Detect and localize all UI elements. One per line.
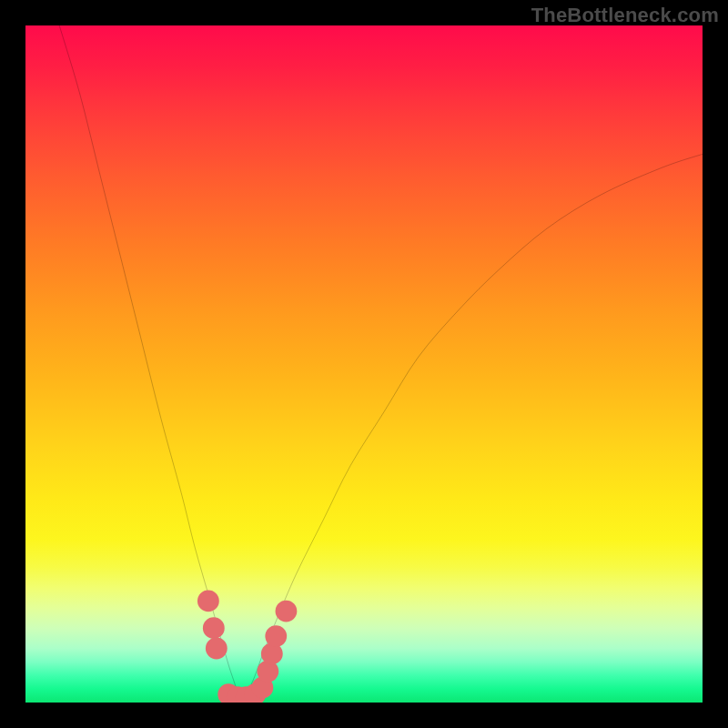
marker-dot: [197, 590, 219, 612]
marker-dot: [276, 601, 298, 622]
marker-dot: [265, 625, 287, 647]
bottleneck-curve: [59, 25, 703, 699]
marker-group: [197, 590, 297, 703]
attribution-text: TheBottleneck.com: [531, 4, 719, 27]
chart-svg: [25, 25, 703, 703]
curve-group: [59, 25, 703, 699]
plot-area: [25, 25, 703, 703]
marker-dot: [203, 617, 225, 639]
marker-dot: [206, 638, 228, 660]
outer-frame: TheBottleneck.com: [0, 0, 728, 728]
